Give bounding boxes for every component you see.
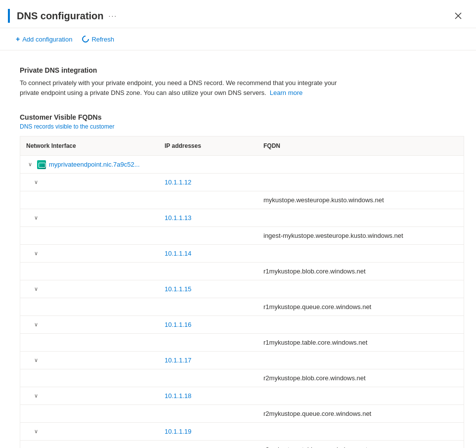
row-0b-nic (20, 196, 159, 204)
row-7-nic: ∨ (20, 423, 159, 440)
toolbar: + Add configuration Refresh (0, 28, 476, 50)
row-6-ip: 10.1.1.18 (159, 388, 258, 403)
panel-more-options[interactable]: ··· (109, 12, 118, 20)
row-0-fqdn (258, 179, 464, 186)
row-0b-ip (159, 196, 258, 204)
col-network-interface: Network Interface (20, 140, 159, 151)
table-row: r1mykustope.queue.core.windows.net (20, 298, 464, 316)
nic-fqdn (258, 161, 464, 169)
close-button[interactable] (452, 10, 464, 22)
row-4b-fqdn: r1mykustope.table.core.windows.net (258, 335, 464, 350)
table-row: r1mykustope.table.core.windows.net (20, 334, 464, 352)
private-dns-section: Private DNS integration To connect priva… (20, 66, 464, 97)
row-1b-ip (159, 232, 258, 240)
table-row: ∨ 10.1.1.14 (20, 245, 464, 263)
title-area: DNS configuration ··· (8, 9, 117, 23)
table-row: ∨ 10.1.1.16 (20, 316, 464, 334)
row-3b-nic (20, 303, 159, 311)
row-2-ip: 10.1.1.14 (159, 246, 258, 261)
close-icon (454, 12, 462, 20)
private-dns-description: To connect privately with your private e… (20, 78, 356, 97)
row-2-fqdn (258, 250, 464, 258)
col-fqdn: FQDN (258, 140, 464, 151)
table-row: ∨ 10.1.1.15 (20, 280, 464, 298)
nic-icon (37, 160, 46, 169)
col-ip-addresses: IP addresses (159, 140, 258, 151)
row-5b-fqdn: r2mykustope.blob.core.windows.net (258, 370, 464, 386)
row-6-fqdn (258, 392, 464, 400)
row-0-expand[interactable]: ∨ (32, 178, 40, 186)
nic-name: myprivateendpoint.nic.7a9c52... (49, 161, 140, 168)
row-5-fqdn (258, 357, 464, 364)
row-1b-nic (20, 232, 159, 240)
table-row: ∨ 10.1.1.17 (20, 352, 464, 369)
table-row: r2mykustope.queue.core.windows.net (20, 405, 464, 423)
main-content: Private DNS integration To connect priva… (0, 50, 476, 448)
row-1b-fqdn: ingest-mykustope.westeurope.kusto.window… (258, 228, 464, 243)
row-2b-ip (159, 268, 258, 275)
row-1-expand[interactable]: ∨ (32, 214, 40, 222)
row-4b-nic (20, 339, 159, 347)
row-0b-fqdn: mykustope.westeurope.kusto.windows.net (258, 192, 464, 208)
row-5-nic: ∨ (20, 352, 159, 368)
refresh-icon (81, 34, 90, 44)
row-4-expand[interactable]: ∨ (32, 320, 40, 329)
row-3b-fqdn: r1mykustope.queue.core.windows.net (258, 299, 464, 314)
row-7-fqdn (258, 428, 464, 436)
row-1-nic: ∨ (20, 210, 159, 226)
table-row: ∨ 10.1.1.13 (20, 209, 464, 227)
refresh-button[interactable]: Refresh (78, 34, 118, 45)
nic-cell: ∨ myprivateendpoint.nic.7a9c52... (20, 156, 159, 173)
row-6b-fqdn: r2mykustope.queue.core.windows.net (258, 406, 464, 421)
row-0-ip: 10.1.1.12 (159, 175, 258, 190)
add-configuration-label: Add configuration (22, 36, 72, 43)
dns-configuration-panel: DNS configuration ··· + Add configuratio… (0, 0, 476, 448)
row-4b-ip (159, 339, 258, 347)
row-7-expand[interactable]: ∨ (32, 427, 40, 436)
row-5b-nic (20, 374, 159, 382)
fqdn-subtitle: DNS records visible to the customer (20, 123, 464, 130)
row-7b-nic (20, 446, 159, 448)
nic-ip (159, 161, 258, 169)
table-row: r2mykustope.blob.core.windows.net (20, 369, 464, 387)
table-row: ∨ 10.1.1.18 (20, 387, 464, 405)
row-4-fqdn (258, 321, 464, 329)
panel-header: DNS configuration ··· (0, 0, 476, 28)
row-1-fqdn (258, 214, 464, 222)
row-2b-fqdn: r1mykustope.blob.core.windows.net (258, 264, 464, 279)
row-3b-ip (159, 303, 258, 311)
fqdn-section: Customer Visible FQDNs DNS records visib… (20, 113, 464, 448)
learn-more-link[interactable]: Learn more (270, 89, 303, 96)
fqdn-title: Customer Visible FQDNs (20, 113, 464, 121)
table-header: Network Interface IP addresses FQDN (20, 136, 464, 156)
table-row: ingest-mykustope.westeurope.kusto.window… (20, 227, 464, 245)
row-5-ip: 10.1.1.17 (159, 353, 258, 368)
row-3-expand[interactable]: ∨ (32, 285, 40, 293)
row-2-nic: ∨ (20, 245, 159, 262)
table-row: mykustope.westeurope.kusto.windows.net (20, 191, 464, 209)
row-4-ip: 10.1.1.16 (159, 317, 258, 332)
refresh-label: Refresh (91, 36, 114, 43)
table-row: ∨ 10.1.1.19 (20, 423, 464, 441)
page-title: DNS configuration (17, 10, 104, 22)
table-row: ∨ 10.1.1.12 (20, 174, 464, 191)
table-row: r2mykustope.table.core.windows.net (20, 441, 464, 448)
row-7b-ip (159, 446, 258, 448)
row-2b-nic (20, 268, 159, 275)
row-6-expand[interactable]: ∨ (32, 392, 40, 400)
plus-icon: + (16, 35, 20, 43)
row-1-ip: 10.1.1.13 (159, 210, 258, 225)
nic-row: ∨ myprivateendpoint.nic.7a9c52... (20, 156, 464, 174)
row-3-fqdn (258, 285, 464, 293)
row-7-ip: 10.1.1.19 (159, 424, 258, 439)
row-6b-ip (159, 410, 258, 418)
row-3-ip: 10.1.1.15 (159, 281, 258, 297)
row-5b-ip (159, 374, 258, 382)
row-0-nic: ∨ (20, 174, 159, 190)
fqdn-table: Network Interface IP addresses FQDN ∨ my… (20, 136, 464, 448)
add-configuration-button[interactable]: + Add configuration (12, 33, 76, 45)
row-3-nic: ∨ (20, 281, 159, 297)
row-2-expand[interactable]: ∨ (32, 249, 40, 258)
row-5-expand[interactable]: ∨ (32, 356, 40, 364)
nic-expand-button[interactable]: ∨ (26, 160, 34, 169)
